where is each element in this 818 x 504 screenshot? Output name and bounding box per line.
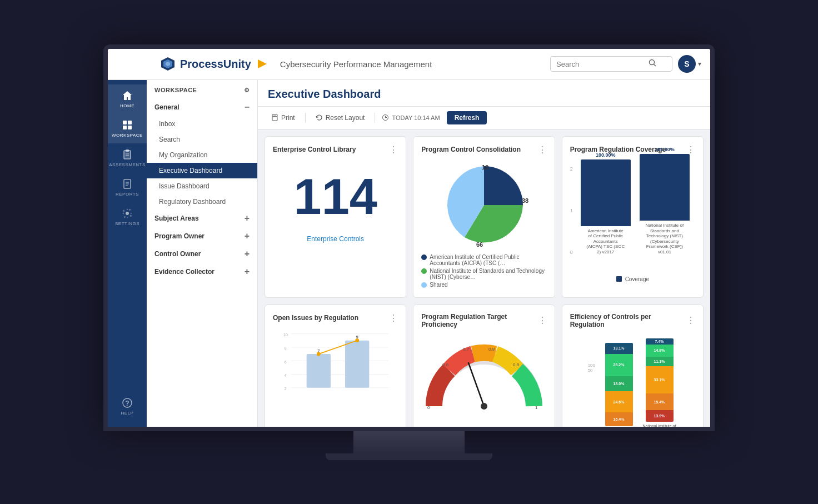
- widget-ecpr-menu[interactable]: ⋮: [686, 315, 695, 326]
- user-avatar[interactable]: S: [678, 55, 696, 73]
- logo-arrow-icon: [256, 57, 269, 71]
- widget-prtp: Program Regulation Target Proficiency ⋮: [413, 305, 555, 427]
- home-icon: [122, 90, 133, 101]
- sidebar-item-home[interactable]: HOME: [108, 84, 147, 114]
- widget-ecl-menu[interactable]: ⋮: [389, 144, 398, 155]
- svg-text:10: 10: [482, 164, 488, 171]
- search-input[interactable]: [556, 60, 645, 68]
- app-title: Cybersecurity Performance Management: [280, 59, 550, 69]
- svg-text:0.9: 0.9: [513, 362, 520, 367]
- sidebar-item-regulatory-dashboard[interactable]: Regulatory Dashboard: [147, 194, 257, 209]
- subject-areas-header[interactable]: Subject Areas +: [147, 209, 257, 227]
- widget-prtp-header: Program Regulation Target Proficiency ⋮: [421, 313, 546, 328]
- logo-icon: [160, 56, 176, 72]
- expand-icon: +: [245, 267, 250, 276]
- monitor-screen: ProcessUnity Cybersecurity Performance M…: [103, 44, 715, 431]
- ecpr-chart: 100 50 13.1% 26.2% 18.0%: [570, 334, 695, 427]
- svg-point-44: [355, 338, 359, 342]
- sidebar-item-search[interactable]: Search: [147, 132, 257, 147]
- monitor-base: [326, 453, 492, 460]
- expand-icon: +: [245, 232, 250, 241]
- general-section-header[interactable]: General −: [147, 98, 257, 116]
- sidebar-item-settings[interactable]: SETTINGS: [108, 202, 147, 232]
- collapse-icon: −: [245, 103, 250, 112]
- pie-legend: American Institute of Certified Public A…: [421, 254, 546, 290]
- sidebar-item-inbox[interactable]: Inbox: [147, 116, 257, 132]
- svg-text:10: 10: [283, 333, 288, 337]
- widget-oir-menu[interactable]: ⋮: [389, 313, 398, 323]
- reset-layout-button[interactable]: Reset Layout: [312, 112, 368, 123]
- left-panel: WORKSPACE ⚙ General − Inbox Search My Or…: [147, 80, 258, 427]
- widget-ecl-header: Enterprise Control Library ⋮: [273, 144, 398, 155]
- prc-bars: 100.00% American Institute of Certified …: [575, 161, 695, 272]
- prc-legend: Coverage: [570, 276, 695, 282]
- search-bar[interactable]: [550, 56, 672, 72]
- svg-text:1: 1: [535, 405, 538, 410]
- sidebar-item-workspace[interactable]: WORKSPACE: [108, 114, 147, 143]
- toolbar-separator: [305, 113, 306, 123]
- sidebar-item-help[interactable]: ? HELP: [121, 392, 134, 421]
- ecpr-bar-2-stack: 7.4% 14.8% 11.1% 33.1% 19.4% 13.9%: [646, 338, 674, 422]
- svg-rect-10: [124, 151, 131, 159]
- svg-point-19: [126, 212, 129, 215]
- svg-point-43: [317, 352, 321, 356]
- sidebar-item-executive-dashboard[interactable]: Executive Dashboard: [147, 163, 257, 178]
- widget-ecpr-title: Efficiency of Controls per Regulation: [570, 313, 686, 328]
- svg-rect-23: [272, 117, 277, 121]
- svg-text:0: 0: [427, 405, 430, 410]
- prc-bar-1: 100.00% American Institute of Certified …: [581, 152, 631, 255]
- ecpr-bar-1-stack: 13.1% 26.2% 18.0% 24.6% 16.4%: [605, 343, 633, 426]
- svg-text:0.7: 0.7: [463, 347, 470, 352]
- settings-icon: [122, 208, 133, 219]
- legend-item-shared: Shared: [421, 282, 546, 288]
- sidebar-item-reports[interactable]: REPORTS: [108, 173, 147, 202]
- sidebar-item-issue-dashboard[interactable]: Issue Dashboard: [147, 178, 257, 194]
- ecl-link[interactable]: Enterprise Controls: [273, 233, 398, 243]
- clipboard-icon: [122, 149, 133, 160]
- toolbar: Print Reset Layout: [258, 107, 710, 129]
- legend-dot-aicpa: [421, 255, 427, 260]
- chevron-down-icon[interactable]: ▾: [698, 60, 701, 68]
- gauge-svg: 0 0.6 0.7 0.8 0.9 1: [423, 340, 545, 417]
- evidence-collector-header[interactable]: Evidence Collector +: [147, 263, 257, 281]
- svg-text:66: 66: [476, 241, 483, 248]
- search-icon[interactable]: [649, 59, 656, 69]
- workspace-icon: [122, 119, 133, 131]
- widget-pcc-menu[interactable]: ⋮: [538, 144, 547, 155]
- svg-rect-12: [126, 149, 129, 152]
- content-area: Executive Dashboard Print: [258, 80, 710, 427]
- reports-icon: [122, 178, 133, 189]
- svg-text:0.6: 0.6: [442, 362, 449, 367]
- legend-item-nist: National Institute of Standards and Tech…: [421, 268, 546, 280]
- icon-sidebar: HOME WORKSPACE: [108, 80, 147, 427]
- widget-pcc: Program Control Consolidation ⋮: [413, 136, 555, 298]
- control-owner-header[interactable]: Control Owner +: [147, 245, 257, 263]
- svg-text:?: ?: [125, 400, 129, 407]
- ecpr-bar-2: 7.4% 14.8% 11.1% 33.1% 19.4% 13.9% Natio…: [641, 338, 677, 427]
- svg-text:4: 4: [285, 373, 287, 377]
- top-nav: ProcessUnity Cybersecurity Performance M…: [108, 49, 710, 80]
- ecpr-y-axis: 100 50: [588, 363, 595, 427]
- ecpr-bar-1: 13.1% 26.2% 18.0% 24.6% 16.4% American I…: [601, 343, 637, 427]
- widget-prtp-menu[interactable]: ⋮: [538, 315, 547, 326]
- workspace-settings-icon[interactable]: ⚙: [244, 87, 250, 94]
- toolbar-separator-2: [375, 113, 375, 123]
- widget-prc: Program Regulation Coverage ⋮ 2 1 0: [562, 136, 704, 298]
- prc-y-axis: 2 1 0: [570, 161, 575, 272]
- print-button[interactable]: Print: [268, 112, 298, 123]
- program-owner-header[interactable]: Program Owner +: [147, 227, 257, 245]
- svg-rect-9: [128, 126, 132, 129]
- sidebar-item-assessments[interactable]: ASSESSMENTS: [108, 143, 147, 173]
- prc-bar-2-fill: [640, 154, 690, 221]
- print-icon: [271, 114, 278, 121]
- sidebar-item-my-org[interactable]: My Organization: [147, 147, 257, 163]
- content-header: Executive Dashboard: [258, 80, 710, 107]
- svg-text:38: 38: [522, 197, 528, 204]
- expand-icon: +: [245, 249, 250, 258]
- refresh-button[interactable]: Refresh: [447, 111, 487, 124]
- svg-text:8: 8: [285, 346, 287, 350]
- svg-text:6: 6: [285, 360, 287, 363]
- legend-square: [616, 276, 622, 282]
- svg-rect-6: [123, 121, 127, 124]
- gauge-container: 0 0.6 0.7 0.8 0.9 1: [421, 334, 546, 423]
